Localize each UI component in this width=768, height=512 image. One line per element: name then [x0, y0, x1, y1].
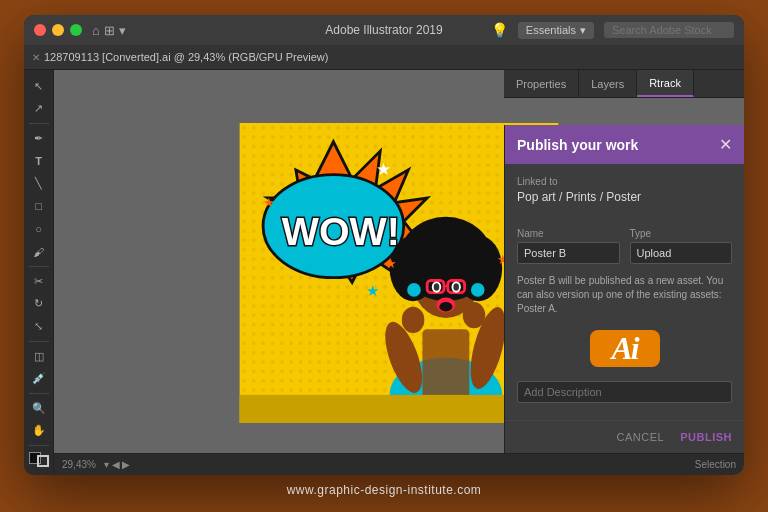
nav-buttons: ⌂ ⊞ ▾: [92, 23, 126, 38]
svg-text:★: ★: [376, 300, 386, 312]
hand-tool[interactable]: ✋: [28, 421, 50, 442]
info-text: Poster B will be published as a new asse…: [517, 274, 732, 316]
gradient-tool[interactable]: ◫: [28, 346, 50, 367]
publish-close-button[interactable]: ✕: [719, 135, 732, 154]
linked-to-value: Pop art / Prints / Poster: [517, 190, 732, 204]
toolbar-separator-4: [29, 393, 49, 394]
type-field-group: Type Upload: [630, 228, 733, 264]
ai-logo: Ai: [590, 330, 660, 367]
svg-rect-11: [422, 329, 469, 404]
essentials-chevron: ▾: [580, 24, 586, 37]
tab-layers[interactable]: Layers: [579, 70, 637, 97]
type-tool[interactable]: T: [28, 151, 50, 172]
toolbar-separator-5: [29, 445, 49, 446]
grid-icon[interactable]: ⊞: [104, 23, 115, 38]
toolbar-separator-3: [29, 341, 49, 342]
svg-text:★: ★: [376, 159, 391, 178]
selection-mode: Selection: [695, 459, 736, 470]
toolbar-separator-1: [29, 123, 49, 124]
svg-point-25: [434, 283, 440, 291]
publish-body: Linked to Pop art / Prints / Poster Name…: [505, 164, 744, 420]
linked-to-field: Linked to Pop art / Prints / Poster: [517, 176, 732, 204]
essentials-label: Essentials: [526, 24, 576, 36]
panel-tabs: Properties Layers Rtrack: [504, 70, 744, 98]
maximize-button[interactable]: [70, 24, 82, 36]
svg-point-26: [453, 283, 459, 291]
tab-bar: ✕ 128709113 [Converted].ai @ 29,43% (RGB…: [24, 45, 744, 70]
status-separator: ▾ ◀ ▶: [104, 459, 131, 470]
zoom-level: 29,43%: [62, 459, 96, 470]
tab-close-icon[interactable]: ✕: [32, 52, 40, 63]
svg-point-29: [407, 282, 422, 297]
panel-tabs-container: Properties Layers Rtrack: [504, 70, 744, 98]
search-input[interactable]: [604, 22, 734, 38]
svg-point-30: [470, 282, 485, 297]
publish-actions: CANCEL PUBLISH: [505, 420, 744, 453]
svg-text:WOW!: WOW!: [282, 208, 400, 252]
zoom-tool[interactable]: 🔍: [28, 398, 50, 419]
type-label: Type: [630, 228, 733, 239]
type-select[interactable]: Upload: [630, 242, 733, 264]
home-icon[interactable]: ⌂: [92, 23, 100, 38]
bulb-icon[interactable]: 💡: [491, 22, 508, 38]
svg-text:★: ★: [385, 256, 397, 271]
name-label: Name: [517, 228, 620, 239]
tab-rtrack[interactable]: Rtrack: [637, 70, 694, 97]
name-input[interactable]: [517, 242, 620, 264]
tab-properties[interactable]: Properties: [504, 70, 579, 97]
left-toolbar: ↖ ↗ ✒ T ╲ □ ○ 🖌 ✂ ↻ ⤡ ◫ 💉 🔍 ✋: [24, 70, 54, 475]
main-content: ↖ ↗ ✒ T ╲ □ ○ 🖌 ✂ ↻ ⤡ ◫ 💉 🔍 ✋: [24, 70, 744, 475]
svg-text:★: ★: [366, 282, 379, 299]
tab-label: 128709113 [Converted].ai @ 29,43% (RGB/G…: [44, 51, 328, 63]
app-title: Adobe Illustrator 2019: [325, 23, 442, 37]
status-bar: 29,43% ▾ ◀ ▶ Selection: [54, 453, 744, 475]
stroke-swatch[interactable]: [37, 455, 49, 467]
publish-button[interactable]: PUBLISH: [680, 431, 732, 443]
ellipse-tool[interactable]: ○: [28, 219, 50, 240]
toolbar-separator-2: [29, 266, 49, 267]
select-tool[interactable]: ↖: [28, 76, 50, 97]
rotate-tool[interactable]: ↻: [28, 294, 50, 315]
description-input[interactable]: [517, 381, 732, 403]
svg-text:★: ★: [263, 195, 275, 210]
publish-title: Publish your work: [517, 137, 638, 153]
scale-tool[interactable]: ⤡: [28, 316, 50, 337]
description-field: [517, 381, 732, 403]
brush-tool[interactable]: 🖌: [28, 241, 50, 262]
ai-logo-text: Ai: [611, 330, 637, 367]
cancel-button[interactable]: CANCEL: [617, 431, 665, 443]
scissors-tool[interactable]: ✂: [28, 271, 50, 292]
pen-tool[interactable]: ✒: [28, 128, 50, 149]
minimize-button[interactable]: [52, 24, 64, 36]
close-button[interactable]: [34, 24, 46, 36]
name-type-row: Name Type Upload: [517, 228, 732, 264]
svg-point-14: [402, 306, 425, 332]
line-tool[interactable]: ╲: [28, 173, 50, 194]
name-field-group: Name: [517, 228, 620, 264]
publish-header: Publish your work ✕: [505, 125, 744, 164]
chevron-down-icon[interactable]: ▾: [119, 23, 126, 38]
publish-panel: Publish your work ✕ Linked to Pop art / …: [504, 125, 744, 453]
svg-point-28: [439, 302, 452, 311]
essentials-button[interactable]: Essentials ▾: [518, 22, 594, 39]
rect-tool[interactable]: □: [28, 196, 50, 217]
title-bar-right: 💡 Essentials ▾: [491, 22, 734, 39]
website-footer: www.graphic-design-institute.com: [287, 483, 482, 497]
linked-to-label: Linked to: [517, 176, 732, 187]
app-window: ⌂ ⊞ ▾ Adobe Illustrator 2019 💡 Essential…: [24, 15, 744, 475]
direct-select-tool[interactable]: ↗: [28, 99, 50, 120]
title-bar: ⌂ ⊞ ▾ Adobe Illustrator 2019 💡 Essential…: [24, 15, 744, 45]
eyedropper-tool[interactable]: 💉: [28, 368, 50, 389]
traffic-lights: [34, 24, 82, 36]
